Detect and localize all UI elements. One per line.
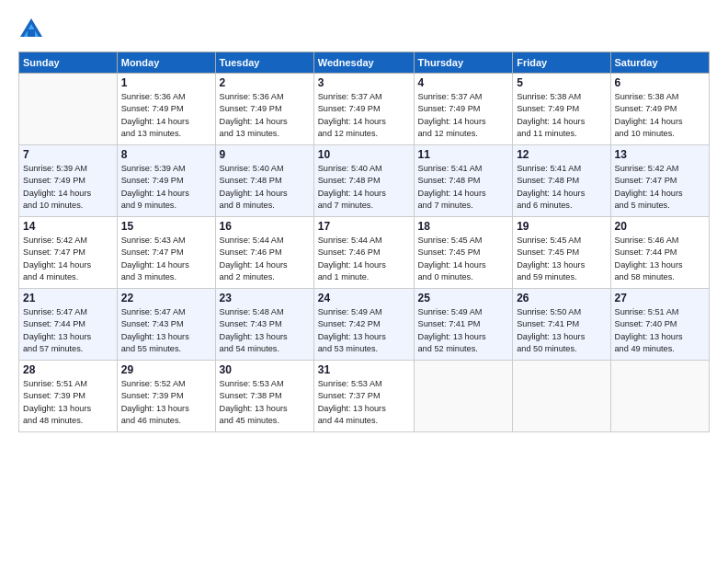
day-number: 21 <box>23 292 113 304</box>
day-info: Sunrise: 5:36 AM Sunset: 7:49 PM Dayligh… <box>121 91 211 140</box>
day-info: Sunrise: 5:45 AM Sunset: 7:45 PM Dayligh… <box>517 235 606 283</box>
header <box>18 17 710 42</box>
day-number: 26 <box>517 292 606 304</box>
day-info: Sunrise: 5:49 AM Sunset: 7:41 PM Dayligh… <box>418 306 509 355</box>
day-info: Sunrise: 5:50 AM Sunset: 7:41 PM Dayligh… <box>517 306 606 355</box>
day-info: Sunrise: 5:40 AM Sunset: 7:48 PM Dayligh… <box>220 163 310 212</box>
day-number: 15 <box>121 220 211 233</box>
calendar-cell: 7Sunrise: 5:39 AM Sunset: 7:49 PM Daylig… <box>19 145 118 217</box>
day-number: 29 <box>121 363 211 376</box>
day-number: 20 <box>615 220 706 233</box>
svg-rect-2 <box>28 29 35 37</box>
calendar-cell: 14Sunrise: 5:42 AM Sunset: 7:47 PM Dayli… <box>19 217 118 289</box>
day-info: Sunrise: 5:39 AM Sunset: 7:49 PM Dayligh… <box>121 163 211 212</box>
day-number: 28 <box>23 363 113 376</box>
day-info: Sunrise: 5:36 AM Sunset: 7:49 PM Dayligh… <box>220 91 310 140</box>
calendar-cell: 22Sunrise: 5:47 AM Sunset: 7:43 PM Dayli… <box>117 289 215 361</box>
calendar-cell: 1Sunrise: 5:36 AM Sunset: 7:49 PM Daylig… <box>117 74 215 145</box>
calendar-week-row: 28Sunrise: 5:51 AM Sunset: 7:39 PM Dayli… <box>19 361 710 432</box>
calendar-cell <box>19 74 118 145</box>
calendar-day-header: Saturday <box>610 52 710 74</box>
day-number: 14 <box>23 220 113 233</box>
day-number: 9 <box>220 148 310 161</box>
day-number: 6 <box>615 76 706 89</box>
day-number: 18 <box>418 220 509 233</box>
logo-icon <box>18 17 44 42</box>
calendar-cell: 3Sunrise: 5:37 AM Sunset: 7:49 PM Daylig… <box>313 74 414 145</box>
day-info: Sunrise: 5:53 AM Sunset: 7:37 PM Dayligh… <box>318 378 410 427</box>
day-info: Sunrise: 5:37 AM Sunset: 7:49 PM Dayligh… <box>418 91 509 140</box>
day-info: Sunrise: 5:52 AM Sunset: 7:39 PM Dayligh… <box>121 378 211 427</box>
day-info: Sunrise: 5:47 AM Sunset: 7:44 PM Dayligh… <box>23 306 113 355</box>
day-info: Sunrise: 5:38 AM Sunset: 7:49 PM Dayligh… <box>517 91 606 140</box>
calendar-cell: 16Sunrise: 5:44 AM Sunset: 7:46 PM Dayli… <box>215 217 313 289</box>
day-info: Sunrise: 5:42 AM Sunset: 7:47 PM Dayligh… <box>615 163 706 212</box>
day-info: Sunrise: 5:42 AM Sunset: 7:47 PM Dayligh… <box>23 235 113 283</box>
day-info: Sunrise: 5:51 AM Sunset: 7:40 PM Dayligh… <box>615 306 706 355</box>
calendar-table: SundayMondayTuesdayWednesdayThursdayFrid… <box>18 52 710 432</box>
day-info: Sunrise: 5:46 AM Sunset: 7:44 PM Dayligh… <box>615 235 706 283</box>
calendar-cell: 28Sunrise: 5:51 AM Sunset: 7:39 PM Dayli… <box>19 361 118 432</box>
calendar-week-row: 1Sunrise: 5:36 AM Sunset: 7:49 PM Daylig… <box>19 74 710 145</box>
logo <box>18 17 48 42</box>
day-info: Sunrise: 5:51 AM Sunset: 7:39 PM Dayligh… <box>23 378 113 427</box>
day-number: 13 <box>615 148 706 161</box>
calendar-day-header: Thursday <box>414 52 513 74</box>
calendar-cell: 26Sunrise: 5:50 AM Sunset: 7:41 PM Dayli… <box>513 289 610 361</box>
day-number: 27 <box>615 292 706 304</box>
day-info: Sunrise: 5:44 AM Sunset: 7:46 PM Dayligh… <box>318 235 410 283</box>
calendar-week-row: 14Sunrise: 5:42 AM Sunset: 7:47 PM Dayli… <box>19 217 710 289</box>
day-number: 10 <box>318 148 410 161</box>
day-info: Sunrise: 5:40 AM Sunset: 7:48 PM Dayligh… <box>318 163 410 212</box>
day-info: Sunrise: 5:45 AM Sunset: 7:45 PM Dayligh… <box>418 235 509 283</box>
day-info: Sunrise: 5:39 AM Sunset: 7:49 PM Dayligh… <box>23 163 113 212</box>
day-number: 30 <box>220 363 310 376</box>
calendar-cell: 15Sunrise: 5:43 AM Sunset: 7:47 PM Dayli… <box>117 217 215 289</box>
calendar-cell: 29Sunrise: 5:52 AM Sunset: 7:39 PM Dayli… <box>117 361 215 432</box>
day-number: 17 <box>318 220 410 233</box>
calendar-cell: 11Sunrise: 5:41 AM Sunset: 7:48 PM Dayli… <box>414 145 513 217</box>
day-number: 12 <box>517 148 606 161</box>
calendar-cell: 19Sunrise: 5:45 AM Sunset: 7:45 PM Dayli… <box>513 217 610 289</box>
calendar-cell: 23Sunrise: 5:48 AM Sunset: 7:43 PM Dayli… <box>215 289 313 361</box>
page: SundayMondayTuesdayWednesdayThursdayFrid… <box>0 0 728 563</box>
day-number: 5 <box>517 76 606 89</box>
calendar-cell: 12Sunrise: 5:41 AM Sunset: 7:48 PM Dayli… <box>513 145 610 217</box>
calendar-cell: 6Sunrise: 5:38 AM Sunset: 7:49 PM Daylig… <box>610 74 710 145</box>
day-info: Sunrise: 5:49 AM Sunset: 7:42 PM Dayligh… <box>318 306 410 355</box>
day-number: 19 <box>517 220 606 233</box>
day-number: 8 <box>121 148 211 161</box>
day-number: 23 <box>220 292 310 304</box>
calendar-cell: 30Sunrise: 5:53 AM Sunset: 7:38 PM Dayli… <box>215 361 313 432</box>
calendar-cell: 24Sunrise: 5:49 AM Sunset: 7:42 PM Dayli… <box>313 289 414 361</box>
calendar-cell: 8Sunrise: 5:39 AM Sunset: 7:49 PM Daylig… <box>117 145 215 217</box>
calendar-cell <box>610 361 710 432</box>
calendar-cell <box>513 361 610 432</box>
day-number: 22 <box>121 292 211 304</box>
calendar-cell: 27Sunrise: 5:51 AM Sunset: 7:40 PM Dayli… <box>610 289 710 361</box>
day-number: 3 <box>318 76 410 89</box>
day-number: 25 <box>418 292 509 304</box>
calendar-cell: 2Sunrise: 5:36 AM Sunset: 7:49 PM Daylig… <box>215 74 313 145</box>
day-info: Sunrise: 5:53 AM Sunset: 7:38 PM Dayligh… <box>220 378 310 427</box>
day-info: Sunrise: 5:48 AM Sunset: 7:43 PM Dayligh… <box>220 306 310 355</box>
day-info: Sunrise: 5:43 AM Sunset: 7:47 PM Dayligh… <box>121 235 211 283</box>
calendar-cell: 9Sunrise: 5:40 AM Sunset: 7:48 PM Daylig… <box>215 145 313 217</box>
calendar-cell: 25Sunrise: 5:49 AM Sunset: 7:41 PM Dayli… <box>414 289 513 361</box>
calendar-week-row: 7Sunrise: 5:39 AM Sunset: 7:49 PM Daylig… <box>19 145 710 217</box>
calendar-cell: 5Sunrise: 5:38 AM Sunset: 7:49 PM Daylig… <box>513 74 610 145</box>
calendar-day-header: Sunday <box>19 52 118 74</box>
calendar-cell: 4Sunrise: 5:37 AM Sunset: 7:49 PM Daylig… <box>414 74 513 145</box>
calendar-cell: 20Sunrise: 5:46 AM Sunset: 7:44 PM Dayli… <box>610 217 710 289</box>
calendar-cell: 13Sunrise: 5:42 AM Sunset: 7:47 PM Dayli… <box>610 145 710 217</box>
day-number: 16 <box>220 220 310 233</box>
calendar-week-row: 21Sunrise: 5:47 AM Sunset: 7:44 PM Dayli… <box>19 289 710 361</box>
day-info: Sunrise: 5:47 AM Sunset: 7:43 PM Dayligh… <box>121 306 211 355</box>
day-info: Sunrise: 5:41 AM Sunset: 7:48 PM Dayligh… <box>418 163 509 212</box>
day-number: 31 <box>318 363 410 376</box>
calendar-cell: 21Sunrise: 5:47 AM Sunset: 7:44 PM Dayli… <box>19 289 118 361</box>
day-number: 2 <box>220 76 310 89</box>
calendar-header-row: SundayMondayTuesdayWednesdayThursdayFrid… <box>19 52 710 74</box>
calendar-cell: 10Sunrise: 5:40 AM Sunset: 7:48 PM Dayli… <box>313 145 414 217</box>
calendar-cell: 17Sunrise: 5:44 AM Sunset: 7:46 PM Dayli… <box>313 217 414 289</box>
